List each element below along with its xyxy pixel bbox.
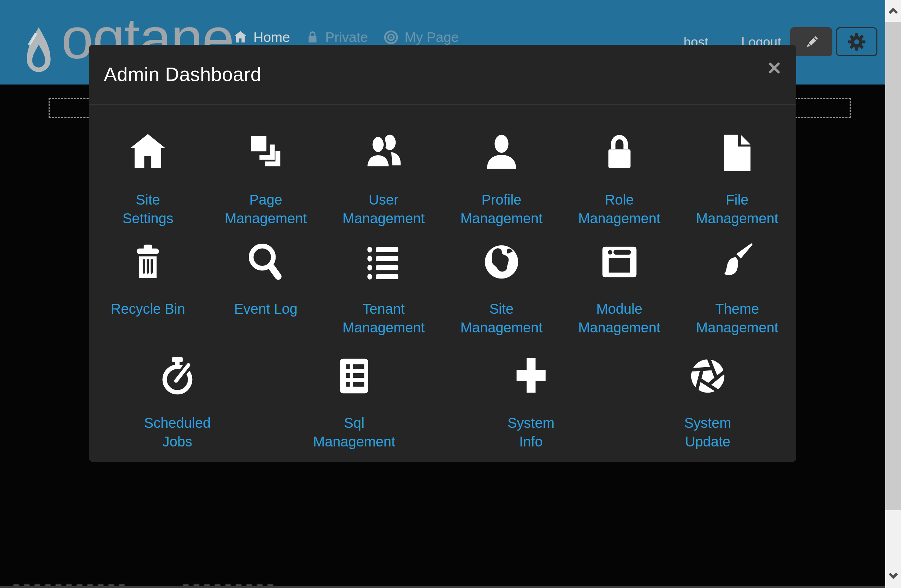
tile-label: PageManagement <box>225 190 307 228</box>
tile-label: TenantManagement <box>343 299 424 337</box>
trash-icon <box>126 239 170 285</box>
spreadsheet-icon <box>332 353 376 399</box>
tile-label: RoleManagement <box>578 190 660 228</box>
admin-tile-site-settings[interactable]: SiteSettings <box>89 130 207 228</box>
admin-tile-role-management[interactable]: RoleManagement <box>560 130 678 228</box>
magnifier-icon <box>243 239 288 285</box>
file-icon <box>715 130 759 176</box>
scrollbar-thumb[interactable] <box>885 22 901 510</box>
admin-tile-system-update[interactable]: SystemUpdate <box>619 353 796 451</box>
admin-tile-scheduled-jobs[interactable]: ScheduledJobs <box>89 353 266 451</box>
edit-mode-button[interactable] <box>790 27 832 56</box>
admin-tile-event-log[interactable]: Event Log <box>207 239 325 337</box>
admin-tile-user-management[interactable]: UserManagement <box>325 130 443 228</box>
person-icon <box>479 130 524 176</box>
aperture-icon <box>686 353 730 399</box>
tile-label: Recycle Bin <box>111 299 185 318</box>
admin-tile-module-management[interactable]: ModuleManagement <box>560 239 678 337</box>
nav-item-my-page[interactable]: My Page <box>383 30 458 45</box>
admin-tile-site-management[interactable]: SiteManagement <box>443 239 560 337</box>
chevron-up-icon <box>887 7 899 15</box>
tile-label: SystemUpdate <box>684 414 731 451</box>
lock-icon <box>306 30 320 45</box>
brush-icon <box>715 239 759 285</box>
nav-item-private[interactable]: Private <box>306 30 368 45</box>
admin-tile-tenant-management[interactable]: TenantManagement <box>325 239 443 337</box>
medical-cross-icon <box>509 353 553 399</box>
admin-tile-theme-management[interactable]: ThemeManagement <box>678 239 796 337</box>
nav-item-label: Private <box>325 30 368 45</box>
modal-header: Admin Dashboard <box>89 45 796 104</box>
modal-title: Admin Dashboard <box>104 63 262 86</box>
admin-tile-sql-management[interactable]: SqlManagement <box>266 353 443 451</box>
admin-tile-recycle-bin[interactable]: Recycle Bin <box>89 239 207 337</box>
home-icon <box>126 130 170 176</box>
home-icon <box>233 30 248 45</box>
close-button[interactable] <box>767 60 782 76</box>
scroll-up-button[interactable] <box>885 3 901 19</box>
chevron-down-icon <box>887 571 899 580</box>
layers-icon <box>243 130 288 176</box>
nav-item-label: Home <box>253 30 290 45</box>
admin-dashboard-modal: Admin Dashboard SiteSettingsPageManageme… <box>89 45 796 462</box>
tile-label: ProfileManagement <box>460 190 542 228</box>
globe-icon <box>479 239 524 285</box>
vertical-scrollbar[interactable] <box>885 0 901 588</box>
tile-label: ThemeManagement <box>696 299 778 337</box>
tile-label: ScheduledJobs <box>144 414 211 451</box>
tile-label: SqlManagement <box>313 414 395 451</box>
scroll-down-button[interactable] <box>885 568 901 584</box>
tile-label: FileManagement <box>696 190 778 228</box>
people-icon <box>362 130 406 176</box>
tile-row: Recycle BinEvent LogTenantManagementSite… <box>89 239 796 337</box>
admin-tile-profile-management[interactable]: ProfileManagement <box>443 130 560 228</box>
browser-icon <box>597 239 642 285</box>
admin-tile-system-info[interactable]: SystemInfo <box>443 353 619 451</box>
droplet-icon <box>23 22 55 84</box>
window-bottom-edge <box>0 586 901 588</box>
tile-row: ScheduledJobsSqlManagementSystemInfoSyst… <box>89 353 796 451</box>
nav-item-home[interactable]: Home <box>233 30 290 45</box>
tile-label: UserManagement <box>343 190 424 228</box>
padlock-icon <box>597 130 642 176</box>
close-icon <box>768 61 781 75</box>
tile-label: Event Log <box>234 299 298 318</box>
gear-icon <box>847 33 866 51</box>
tile-label: SiteSettings <box>123 190 173 228</box>
tile-label: SystemInfo <box>508 414 554 451</box>
tile-label: SiteManagement <box>460 299 542 337</box>
control-panel-button[interactable] <box>836 27 878 56</box>
tile-label: ModuleManagement <box>578 299 660 337</box>
timer-icon <box>155 353 200 399</box>
dashboard-grid: SiteSettingsPageManagementUserManagement… <box>89 104 796 451</box>
list-icon <box>362 239 406 285</box>
pencil-icon <box>803 33 820 50</box>
nav-menu: Home Private My Page <box>233 30 458 45</box>
target-icon <box>383 30 399 45</box>
tile-row: SiteSettingsPageManagementUserManagement… <box>89 130 796 228</box>
nav-item-label: My Page <box>404 30 458 45</box>
admin-tile-page-management[interactable]: PageManagement <box>207 130 325 228</box>
admin-tile-file-management[interactable]: FileManagement <box>678 130 796 228</box>
